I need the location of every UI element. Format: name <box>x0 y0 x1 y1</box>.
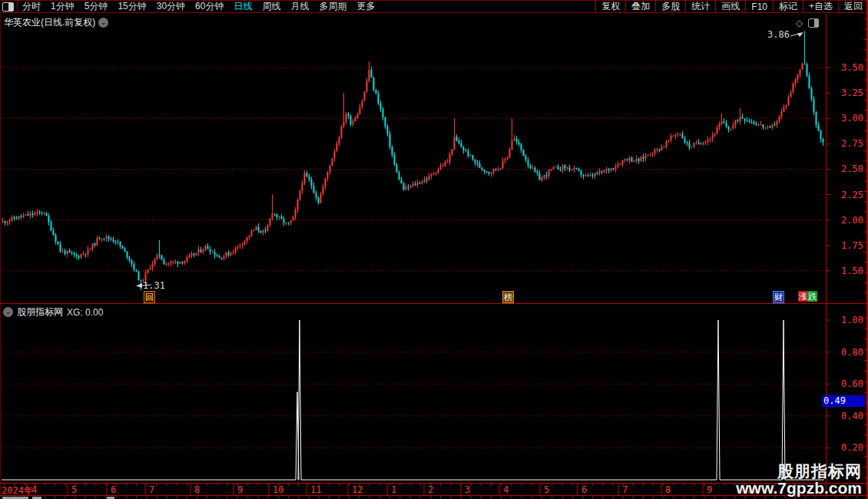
collapse-indicator-icon[interactable]: ⌄ <box>3 307 13 317</box>
date-axis-label: 8 <box>665 484 671 495</box>
badge-榜[interactable]: 榜 <box>502 291 514 303</box>
watermark-site-name: 股朋指标网 <box>736 463 862 480</box>
badge-财[interactable]: 财 <box>773 291 784 303</box>
watermark: 股朋指标网 www.7gpzb.com <box>736 463 862 497</box>
indicator-axis-marker: 0.49 <box>822 395 865 407</box>
indicator-value: XG: 0.00 <box>67 307 103 318</box>
badge-回[interactable]: 回 <box>144 291 155 303</box>
chart-canvas[interactable] <box>0 0 868 499</box>
date-axis-label: 5 <box>544 484 549 495</box>
low-price-annotation: 1.31 <box>143 280 165 291</box>
pane-corner-icons: ◇ <box>796 18 819 28</box>
date-axis-label: 10 <box>273 484 283 495</box>
chart-title: 华英农业(日线.前复权) ⌄ <box>4 16 108 29</box>
chart-title-text: 华英农业(日线.前复权) <box>4 16 95 29</box>
date-axis-label: 11 <box>310 484 321 495</box>
date-axis-label: 5 <box>71 484 77 495</box>
collapse-pane-icon[interactable]: ⌄ <box>98 18 108 28</box>
watermark-url: www.7gpzb.com <box>736 480 862 497</box>
indicator-name[interactable]: 股朋指标网 <box>17 306 63 319</box>
date-axis-label: 8 <box>194 484 200 495</box>
indicator-header: ⌄ 股朋指标网 XG: 0.00 <box>3 306 103 319</box>
date-axis-label: 7 <box>149 484 154 495</box>
date-axis-label: 6 <box>111 484 116 495</box>
date-axis-label: 4 <box>503 484 509 495</box>
date-axis-label: 12 <box>352 484 363 495</box>
price-axis-line <box>826 14 827 495</box>
app-window: 分时1分钟5分钟15分钟30分钟60分钟日线周线月线多周期更多 › 复权叠加多股… <box>0 0 868 499</box>
pane-divider[interactable] <box>0 303 868 304</box>
date-axis-label: 9 <box>707 484 712 495</box>
diamond-icon[interactable]: ◇ <box>796 18 803 28</box>
badge-跌[interactable]: 跌 <box>807 291 817 302</box>
maximize-pane-icon[interactable] <box>808 18 819 28</box>
date-axis-label: 4 <box>31 484 37 495</box>
date-axis-label: 9 <box>237 484 243 495</box>
date-axis-label: 2 <box>428 484 433 495</box>
date-axis-label: 3 <box>465 484 470 495</box>
date-axis-label: 1 <box>391 484 396 495</box>
date-axis-label: 6 <box>581 484 587 495</box>
date-axis-label: 7 <box>622 484 628 495</box>
high-price-annotation: 3.86 <box>767 29 790 40</box>
date-axis-label: 2024年 <box>2 484 33 497</box>
